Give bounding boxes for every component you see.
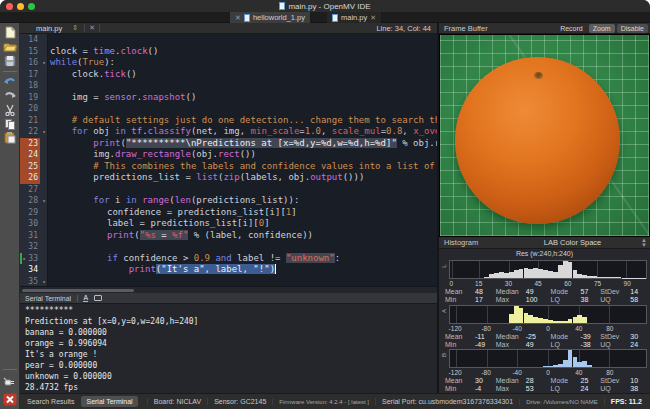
histogram-bar <box>587 365 592 367</box>
code-line[interactable]: 33▾ if confidence > 0.9 and label != "un… <box>20 253 437 265</box>
tick-label: -40 <box>512 325 521 332</box>
serial-terminal-title: Serial Terminal <box>25 295 71 302</box>
code-line[interactable]: 20 <box>20 103 437 115</box>
new-file-button[interactable] <box>2 26 18 39</box>
terminal-line: unknown = 0.000000 <box>25 371 437 382</box>
orange-stem <box>534 72 543 79</box>
fold-column <box>40 34 48 46</box>
open-file-icon <box>3 41 17 52</box>
file-tab-helloworld_1-py[interactable]: ✕helloworld_1.py <box>230 12 311 23</box>
code-text: img = sensor.snapshot() <box>48 92 196 104</box>
code-text: for i in range(len(predictions_list)): <box>48 195 299 207</box>
colorspace-dropdown[interactable]: LAB Color Space <box>509 238 636 247</box>
code-line[interactable]: 22▾ for obj in tf.classify(net, img, min… <box>20 126 437 138</box>
undo-button[interactable] <box>2 75 18 88</box>
code-editor[interactable]: 1415clock = time.clock()16▾while(True):1… <box>20 34 437 286</box>
code-text: print("It's a", label, "!") <box>40 264 276 276</box>
display-icon[interactable] <box>94 295 102 301</box>
editor-file-dropdown[interactable]: main.py <box>36 24 62 33</box>
code-line[interactable]: 17 clock.tick() <box>20 69 437 81</box>
fold-column <box>40 149 48 161</box>
line-number: 22 <box>20 126 40 138</box>
status-tab-search-results[interactable]: Search Results <box>22 396 79 407</box>
disable-button[interactable]: Disable <box>617 24 648 33</box>
serial-terminal-output[interactable]: **********Predictions at [x=0,y=0,w=240,… <box>20 304 437 393</box>
code-line[interactable]: 29 confidence = predictions_list[i][1] <box>20 207 437 219</box>
file-tab-main-py[interactable]: main.py✕ <box>327 12 382 23</box>
disconnect-button[interactable] <box>2 391 18 408</box>
histogram-bar <box>641 278 646 279</box>
tick-label: 40 <box>575 369 582 376</box>
new-file-icon <box>4 26 16 39</box>
serial-terminal-header: Serial Terminal A <box>20 293 437 304</box>
fold-column <box>40 69 48 81</box>
fold-marker-icon[interactable]: ▾ <box>40 276 48 287</box>
horizontal-scrollbar[interactable] <box>20 286 437 293</box>
redo-icon <box>3 90 17 101</box>
chevron-updown-icon[interactable]: ▲▼ <box>641 238 647 248</box>
paste-button[interactable] <box>2 131 18 144</box>
text-format-icon[interactable]: A <box>83 294 88 302</box>
fold-column <box>40 92 48 104</box>
close-tab-icon[interactable]: ✕ <box>235 14 241 22</box>
chevron-updown-icon[interactable]: ⇕ <box>72 24 78 32</box>
stat-mode: Mode-39 <box>551 333 601 341</box>
code-text: label = predictions_list[i][0] <box>40 218 270 230</box>
fold-column <box>40 172 48 184</box>
code-text <box>48 80 50 92</box>
code-line[interactable]: 35▾ <box>20 276 437 287</box>
code-line[interactable]: 21 # default settings just do one detect… <box>20 115 437 127</box>
code-line[interactable]: 23 print("**********\nPredictions at [x=… <box>20 138 437 150</box>
code-line[interactable]: 15clock = time.clock() <box>20 46 437 58</box>
code-line[interactable]: 16▾while(True): <box>20 57 437 69</box>
line-number: 15 <box>20 46 40 58</box>
gridline <box>609 350 610 367</box>
cut-button[interactable] <box>2 103 18 116</box>
fold-column <box>40 161 48 173</box>
code-line[interactable]: 18 <box>20 80 437 92</box>
copy-button[interactable] <box>2 117 18 130</box>
channel-stats: Mean48Median49Mode57StDev14Min17Max100LQ… <box>445 288 648 304</box>
code-line[interactable]: 25 # This combines the labels and confid… <box>20 161 437 173</box>
code-text <box>48 276 50 287</box>
line-number: 25 <box>20 161 40 173</box>
gridline <box>597 261 598 278</box>
connect-button[interactable] <box>2 373 18 390</box>
code-line[interactable]: 30 label = predictions_list[i][0] <box>20 218 437 230</box>
frame-buffer-title: Frame Buffer <box>444 24 488 33</box>
fold-marker-icon[interactable]: ▾ <box>40 57 48 69</box>
close-tab-icon[interactable]: ✕ <box>370 14 376 22</box>
fold-column <box>40 103 48 115</box>
histogram-chart-B <box>449 349 647 368</box>
fold-marker-icon[interactable]: ▾ <box>40 126 48 138</box>
close-editor-icon[interactable]: ✕ <box>84 24 100 32</box>
code-line[interactable]: 34 print("It's a", label, "!") <box>20 264 437 276</box>
zoom-button[interactable]: Zoom <box>589 24 615 33</box>
record-button[interactable]: Record <box>556 24 587 33</box>
tick-label: -40 <box>512 369 521 376</box>
stat-lq: LQ24 <box>551 385 601 393</box>
paste-icon <box>4 131 16 144</box>
status-item: Serial Port: cu.usbmodem3167376334301 <box>375 398 519 405</box>
channel-label: B <box>441 351 447 359</box>
tick-label: -80 <box>481 369 490 376</box>
scrollbar-thumb[interactable] <box>22 289 134 292</box>
save-file-button[interactable] <box>2 54 18 67</box>
fold-column <box>40 46 48 58</box>
code-line[interactable]: 14 <box>20 34 437 46</box>
code-line[interactable]: 26 predictions_list = list(zip(labels, o… <box>20 172 437 184</box>
code-line[interactable]: 28▾ for i in range(len(predictions_list)… <box>20 195 437 207</box>
stat-min: Min-4 <box>445 385 496 393</box>
fold-marker-icon[interactable]: ▾ <box>40 195 48 207</box>
open-file-button[interactable] <box>2 40 18 53</box>
code-line[interactable]: 19 img = sensor.snapshot() <box>20 92 437 104</box>
code-line[interactable]: 31 print("%s = %f" % (label, confidence)… <box>20 230 437 242</box>
status-bar: Search ResultsSerial Terminal Board: NIC… <box>20 393 650 409</box>
status-tab-serial-terminal[interactable]: Serial Terminal <box>81 396 137 407</box>
code-line[interactable]: 24 img.draw_rectangle(obj.rect()) <box>20 149 437 161</box>
tick-label: -120 <box>449 325 462 332</box>
code-line[interactable]: 27 <box>20 184 437 196</box>
fold-marker-icon[interactable]: ▾ <box>20 253 28 265</box>
redo-button[interactable] <box>2 89 18 102</box>
code-line[interactable]: 32 <box>20 241 437 253</box>
